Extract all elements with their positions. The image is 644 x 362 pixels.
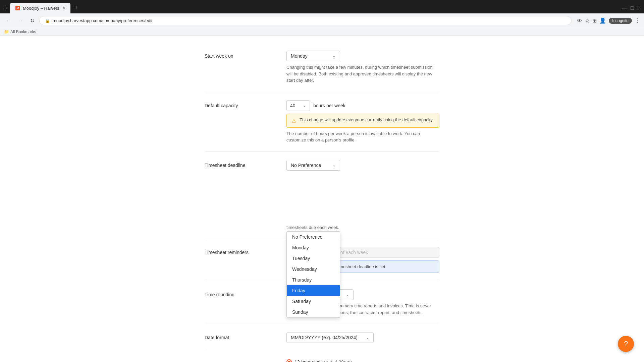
time-format-label: Time format — [205, 359, 278, 362]
sidebar-icon[interactable]: ⊞ — [592, 17, 597, 24]
capacity-warning-box: ⚠ This change will update everyone curre… — [286, 114, 439, 128]
tab-close-btn[interactable]: × — [63, 6, 65, 10]
maximize-btn[interactable]: □ — [631, 5, 634, 11]
start-week-value: Monday — [291, 53, 308, 59]
minimize-btn[interactable]: ─ — [622, 5, 627, 12]
timesheet-deadline-menu: No Preference Monday Tuesday Wednesday T… — [286, 231, 340, 318]
time-rounding-label: Time rounding — [205, 289, 278, 297]
time-format-12h-option[interactable]: 12-hour clock (e.g. 4:20pm) — [286, 359, 439, 362]
capacity-chevron: ⌄ — [303, 103, 306, 108]
option-monday[interactable]: Monday — [287, 242, 340, 253]
back-btn[interactable]: ← — [4, 16, 13, 25]
capacity-row: 40 ⌄ hours per week — [286, 100, 439, 111]
option-thursday[interactable]: Thursday — [287, 275, 340, 285]
default-capacity-label: Default capacity — [205, 100, 278, 108]
eye-slash-icon[interactable]: 👁 — [577, 18, 582, 24]
start-week-chevron: ⌄ — [332, 54, 336, 58]
start-week-label: Start week on — [205, 51, 278, 59]
new-tab-btn[interactable]: + — [72, 5, 81, 12]
bookmarks-label[interactable]: All Bookmarks — [10, 29, 36, 34]
start-week-dropdown[interactable]: Monday ⌄ — [286, 51, 340, 61]
capacity-dropdown[interactable]: 40 ⌄ — [286, 100, 310, 111]
timesheet-deadline-chevron: ⌄ — [332, 163, 336, 168]
capacity-hint: The number of hours per week a person is… — [286, 130, 439, 143]
time-rounding-chevron: ⌄ — [346, 292, 349, 297]
start-week-hint: Changing this might take a few minutes, … — [286, 64, 439, 84]
default-capacity-control: 40 ⌄ hours per week ⚠ This change will u… — [286, 100, 439, 143]
time-format-row: Time format 12-hour clock (e.g. 4:20pm) … — [205, 351, 439, 362]
bookmarks-folder-icon: 📁 — [4, 29, 9, 34]
time-format-12h-radio[interactable] — [286, 359, 292, 362]
bookmark-star-icon[interactable]: ☆ — [585, 17, 590, 24]
capacity-warning-text: This change will update everyone current… — [300, 117, 433, 122]
browser-window: ⋯ M Moodjoy – Harvest × + ─ □ × ← → ↻ 🔒 … — [0, 0, 644, 362]
time-format-control: 12-hour clock (e.g. 4:20pm) 24-hour cloc… — [286, 359, 439, 362]
tab-favicon: M — [15, 6, 20, 10]
help-button[interactable]: ? — [618, 336, 634, 352]
nav-bar: ← → ↻ 🔒 moodjoy.harvestapp.com/company/p… — [0, 13, 644, 28]
timesheet-deadline-label: Timesheet deadline — [205, 160, 278, 168]
incognito-badge: Incognito — [609, 18, 632, 24]
date-format-control: MM/DD/YYYY (e.g. 04/25/2024) ⌄ — [286, 332, 439, 343]
bookmarks-bar: 📁 All Bookmarks — [0, 28, 644, 36]
option-wednesday[interactable]: Wednesday — [287, 264, 340, 275]
window-controls: ⋯ — [3, 5, 7, 11]
option-tuesday[interactable]: Tuesday — [287, 253, 340, 264]
option-friday[interactable]: Friday — [287, 285, 340, 296]
time-format-12h-label: 12-hour clock (e.g. 4:20pm) — [294, 359, 352, 362]
date-format-row: Date format MM/DD/YYYY (e.g. 04/25/2024)… — [205, 324, 439, 351]
capacity-value: 40 — [290, 103, 296, 108]
option-saturday[interactable]: Saturday — [287, 296, 340, 307]
url-text: moodjoy.harvestapp.com/company/preferenc… — [53, 18, 152, 23]
start-week-control: Monday ⌄ Changing this might take a few … — [286, 51, 439, 84]
option-no-preference[interactable]: No Preference — [287, 232, 340, 242]
timesheet-deadline-row: Timesheet deadline No Preference ⌄ No Pr… — [205, 152, 439, 239]
timesheet-deadline-dropdown[interactable]: No Preference ⌄ — [286, 160, 340, 171]
timesheet-deadline-control: No Preference ⌄ No Preference Monday Tue… — [286, 160, 439, 231]
lock-icon: 🔒 — [45, 18, 50, 23]
date-format-dropdown[interactable]: MM/DD/YYYY (e.g. 04/25/2024) ⌄ — [286, 332, 374, 343]
page-content: Start week on Monday ⌄ Changing this mig… — [0, 36, 644, 362]
option-sunday[interactable]: Sunday — [287, 307, 340, 317]
capacity-suffix: hours per week — [313, 103, 345, 108]
address-bar[interactable]: 🔒 moodjoy.harvestapp.com/company/prefere… — [39, 16, 572, 25]
warning-icon: ⚠ — [291, 118, 296, 124]
date-format-label: Date format — [205, 332, 278, 340]
timesheet-deadline-value: No Preference — [291, 163, 321, 168]
nav-icons: 👁 ☆ ⊞ 👤 Incognito ⋮ — [577, 17, 640, 24]
timesheet-deadline-hint: timesheets due each week. — [286, 224, 439, 231]
time-format-radio-group: 12-hour clock (e.g. 4:20pm) 24-hour cloc… — [286, 359, 439, 362]
default-capacity-row: Default capacity 40 ⌄ hours per week ⚠ T… — [205, 92, 439, 152]
timesheet-reminders-label: Timesheet reminders — [205, 247, 278, 255]
start-week-row: Start week on Monday ⌄ Changing this mig… — [205, 43, 439, 92]
active-tab[interactable]: M Moodjoy – Harvest × — [10, 3, 70, 13]
refresh-btn[interactable]: ↻ — [28, 16, 37, 25]
forward-btn[interactable]: → — [16, 16, 25, 25]
date-format-chevron: ⌄ — [366, 335, 369, 340]
date-format-value: MM/DD/YYYY (e.g. 04/25/2024) — [291, 335, 358, 340]
tab-bar: ⋯ M Moodjoy – Harvest × + ─ □ × — [0, 0, 644, 13]
window-close-btn[interactable]: × — [638, 5, 641, 12]
menu-icon[interactable]: ⋮ — [635, 17, 640, 24]
tab-title: Moodjoy – Harvest — [23, 6, 59, 11]
profile-icon[interactable]: 👤 — [599, 17, 606, 24]
